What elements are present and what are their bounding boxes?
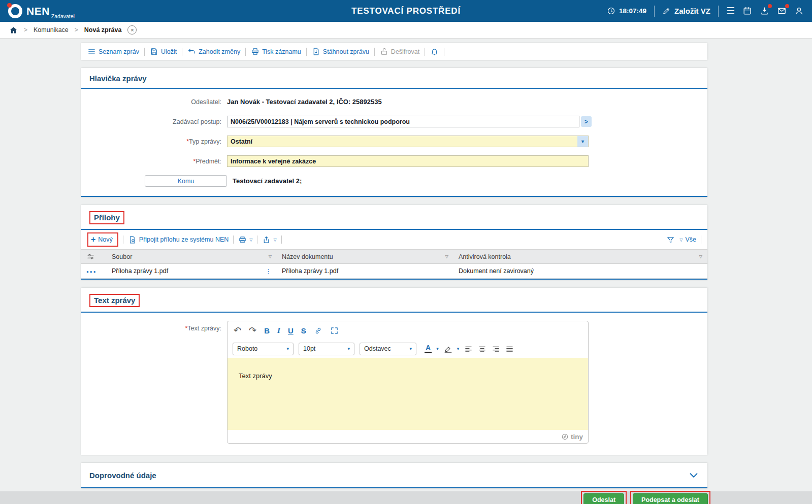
drag-dots-icon[interactable]: ⋮	[265, 267, 272, 275]
toolbar-ulozit[interactable]: Uložit	[150, 47, 177, 56]
session-time-value: 18:07:49	[619, 7, 646, 15]
italic-button[interactable]: I	[277, 327, 280, 334]
align-right-button[interactable]	[492, 345, 500, 353]
unlock-icon	[380, 47, 388, 56]
antivirus-cell: Dokument není zavirovaný	[453, 264, 707, 279]
filter-button[interactable]	[666, 236, 675, 244]
procedure-open-button[interactable]: >	[581, 116, 592, 127]
breadcrumb-komunikace[interactable]: Komunikace	[34, 26, 69, 33]
subject-input[interactable]	[227, 155, 589, 167]
pencil-icon	[662, 7, 671, 15]
document-name-cell[interactable]: Příloha zprávy 1.pdf	[277, 264, 453, 279]
procedure-input[interactable]	[227, 116, 579, 127]
annotation-box: Přílohy	[89, 211, 124, 224]
toolbar-separator	[425, 48, 425, 56]
file-cell[interactable]: Příloha zprávy 1.pdf⋮	[107, 264, 277, 279]
toolbar-tisk-zaznamu[interactable]: Tisk záznamu	[251, 47, 301, 56]
row-menu-icon[interactable]: ●●●	[86, 270, 97, 274]
toolbar-seznam-zprav[interactable]: Seznam zpráv	[87, 47, 139, 56]
message-text-label: *Text zprávy:	[81, 321, 227, 444]
procedure-row: Zadávací postup: >	[81, 112, 707, 131]
create-vz-button[interactable]: Založit VZ	[662, 7, 710, 15]
filter-triangle-icon[interactable]: ▽	[269, 254, 272, 259]
discard-changes-icon	[187, 47, 196, 56]
message-type-select[interactable]: Ostatní ▾	[227, 136, 589, 147]
toolbar-separator	[701, 236, 701, 244]
list-icon	[87, 47, 96, 56]
row-handle-cell[interactable]: ●●●	[81, 264, 107, 279]
block-format-dropdown[interactable]: Odstavec ▾	[360, 343, 416, 355]
download-icon	[760, 6, 769, 16]
undo-button[interactable]: ↶	[234, 326, 241, 335]
recipient-komu-button[interactable]: Komu	[145, 175, 227, 187]
align-justify-icon	[505, 345, 514, 353]
underline-button[interactable]: U	[288, 327, 294, 334]
close-tab-icon[interactable]: ×	[127, 25, 137, 35]
insert-link-button[interactable]	[314, 326, 322, 335]
editor-footer: tiny	[228, 430, 588, 443]
attachments-section: Přílohy + Nový Připojit přílohu ze systé…	[81, 205, 707, 280]
attachment-row[interactable]: ●●● Příloha zprávy 1.pdf⋮ Příloha zprávy…	[81, 264, 707, 279]
message-type-label: *Typ zprávy:	[81, 138, 227, 145]
align-center-button[interactable]	[478, 345, 486, 353]
recipient-button-column: Komu	[81, 175, 227, 187]
profile-button[interactable]	[794, 6, 804, 16]
font-family-dropdown[interactable]: Roboto ▾	[233, 343, 294, 355]
header-antivirova-kontrola[interactable]: Antivirová kontrola▽	[453, 250, 707, 264]
home-button[interactable]	[9, 26, 18, 35]
column-settings-header[interactable]	[81, 250, 107, 264]
attach-from-nen-button[interactable]: Připojit přílohu ze systému NEN	[128, 236, 229, 244]
section-title-prilohy: Přílohy	[94, 213, 120, 222]
message-type-value: Ostatní	[231, 138, 252, 145]
font-size-dropdown[interactable]: 10pt ▾	[299, 343, 354, 355]
breadcrumb-separator: >	[24, 26, 27, 33]
header-separator	[654, 6, 655, 17]
send-button[interactable]: Odeslat	[583, 493, 624, 504]
share-icon	[262, 236, 271, 244]
filter-all-dropdown[interactable]: ▽ Vše	[679, 236, 696, 243]
section-title-hlavicka: Hlavička zprávy	[89, 74, 147, 83]
messages-button[interactable]	[777, 6, 787, 16]
toolbar-notifications[interactable]	[430, 47, 439, 56]
sender-label: Odesílatel:	[81, 98, 227, 106]
expand-section-button[interactable]	[688, 469, 699, 481]
toolbar-separator	[281, 236, 282, 244]
menu-icon[interactable]: ☰	[726, 6, 735, 16]
filter-all-label: Vše	[685, 236, 696, 243]
sign-and-send-button[interactable]: Podepsat a odeslat	[633, 493, 708, 504]
print-attachments-button[interactable]: ▽	[238, 236, 252, 244]
tiny-brand-label: tiny	[571, 433, 583, 441]
editor-toolbar-row1: ↶ ↷ B I U S	[228, 321, 588, 340]
filter-triangle-icon[interactable]: ▽	[445, 254, 448, 259]
toolbar-separator	[257, 236, 257, 244]
new-attachment-button[interactable]: + Nový	[91, 236, 113, 244]
calendar-button[interactable]	[742, 6, 752, 16]
strikethrough-button[interactable]: S	[301, 327, 306, 334]
downloads-button[interactable]	[760, 6, 769, 16]
header-soubor[interactable]: Soubor▽	[107, 250, 277, 264]
filter-triangle-icon[interactable]: ▽	[699, 254, 702, 259]
message-text-section: Text zprávy *Text zprávy: ↶ ↷ B I U S	[81, 288, 707, 455]
align-right-icon	[492, 345, 500, 353]
file-name: Příloha zprávy 1.pdf	[112, 267, 168, 275]
highlight-color-button[interactable]: ▾	[444, 345, 460, 353]
export-attachments-button[interactable]: ▽	[262, 236, 276, 244]
toolbar-zahodit-zmeny[interactable]: Zahodit změny	[187, 47, 240, 56]
align-justify-button[interactable]	[505, 345, 514, 353]
message-header-section: Hlavička zprávy Odesílatel: Jan Novák - …	[81, 68, 707, 197]
toolbar-label: Zahodit změny	[199, 48, 240, 55]
header-label: Název dokumentu	[282, 253, 333, 260]
bold-button[interactable]: B	[264, 327, 270, 334]
header-nazev-dokumentu[interactable]: Název dokumentu▽	[277, 250, 453, 264]
text-color-button[interactable]: A ▾	[425, 344, 439, 353]
align-left-button[interactable]	[464, 345, 473, 353]
bell-icon	[430, 47, 439, 56]
downloads-badge	[768, 4, 772, 8]
fullscreen-button[interactable]	[330, 326, 339, 335]
editor-content-area[interactable]: Text zprávy	[228, 358, 588, 430]
column-settings-icon	[86, 252, 95, 261]
toolbar-separator	[374, 48, 375, 56]
font-family-value: Roboto	[237, 345, 257, 352]
redo-button[interactable]: ↷	[249, 326, 256, 335]
toolbar-stahnout-zpravu[interactable]: Stáhnout zprávu	[312, 47, 369, 56]
